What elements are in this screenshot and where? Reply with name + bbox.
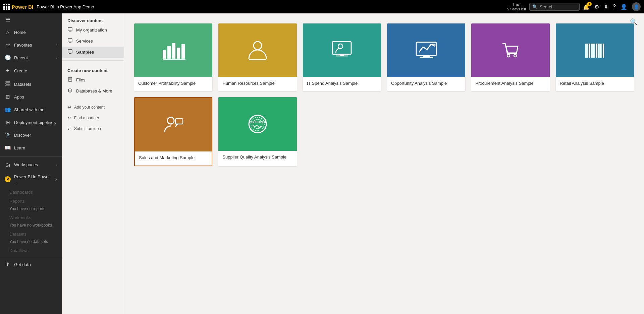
card-thumb-customer-profitability bbox=[134, 23, 212, 77]
svg-rect-38 bbox=[596, 44, 597, 58]
services-icon bbox=[67, 38, 73, 44]
sidebar-workbooks[interactable]: Workbooks bbox=[0, 213, 62, 222]
my-org-icon bbox=[67, 27, 73, 33]
files-icon bbox=[67, 77, 73, 83]
dp-item-files[interactable]: Files bbox=[62, 74, 124, 85]
svg-point-45 bbox=[249, 115, 266, 133]
search-input[interactable] bbox=[540, 4, 573, 9]
create-icon: + bbox=[5, 67, 11, 74]
sidebar-create-label: Create bbox=[14, 68, 57, 73]
svg-rect-33 bbox=[587, 44, 588, 58]
sidebar-item-create[interactable]: + Create bbox=[0, 64, 62, 78]
sidebar: ☰ ⌂ Home ☆ Favorites › 🕐 Recent › + Crea… bbox=[0, 13, 62, 314]
card-label-it-spend: IT Spend Analysis Sample bbox=[303, 77, 381, 91]
content-search-icon[interactable]: 🔍 bbox=[630, 18, 637, 25]
search-box[interactable]: 🔍 bbox=[529, 3, 580, 11]
card-human-resources[interactable]: Human Resources Sample bbox=[218, 23, 297, 91]
sidebar-item-recent[interactable]: 🕐 Recent › bbox=[0, 51, 62, 64]
sidebar-discover-label: Discover bbox=[14, 133, 57, 138]
main-content: 🔍 Customer Profitability Sample bbox=[124, 13, 644, 314]
hamburger-icon: ☰ bbox=[5, 17, 11, 23]
datasets-icon bbox=[5, 81, 11, 87]
svg-rect-17 bbox=[181, 44, 185, 59]
sidebar-item-learn[interactable]: 📖 Learn bbox=[0, 141, 62, 154]
card-sales-marketing[interactable]: Sales and Marketing Sample bbox=[134, 97, 212, 166]
sidebar-item-deployment[interactable]: ⊞ Deployment pipelines bbox=[0, 116, 62, 129]
card-opportunity-analysis[interactable]: Opportunity Analysis Sample bbox=[387, 23, 465, 91]
card-retail-analysis[interactable]: Retail Analysis Sample bbox=[556, 23, 634, 91]
card-procurement-analysis[interactable]: Procurement Analysis Sample bbox=[471, 23, 549, 91]
sidebar-datasets-ws[interactable]: Datasets bbox=[0, 230, 62, 239]
card-it-spend[interactable]: IT Spend Analysis Sample bbox=[303, 23, 381, 91]
account-button[interactable]: 👤 bbox=[621, 4, 627, 10]
sidebar-item-discover[interactable]: 🔭 Discover bbox=[0, 129, 62, 141]
svg-point-43 bbox=[167, 117, 174, 124]
svg-rect-41 bbox=[601, 44, 602, 58]
svg-rect-36 bbox=[592, 44, 594, 58]
card-label-opportunity-analysis: Opportunity Analysis Sample bbox=[387, 77, 465, 91]
sidebar-item-powerbi-workspace[interactable]: P Power BI in Power ... ∧ bbox=[0, 171, 62, 188]
card-label-retail-analysis: Retail Analysis Sample bbox=[556, 77, 634, 91]
svg-point-30 bbox=[507, 54, 510, 57]
avatar[interactable]: 👤 bbox=[632, 2, 641, 11]
search-icon: 🔍 bbox=[532, 4, 538, 9]
svg-rect-9 bbox=[68, 77, 72, 81]
topbar-icons: 🔔 1 ⚙ ⬇ ? 👤 👤 bbox=[583, 2, 641, 11]
card-thumb-sales-marketing bbox=[135, 98, 212, 151]
svg-point-31 bbox=[514, 54, 517, 57]
dp-add-content[interactable]: ↩ Add your content bbox=[62, 102, 124, 113]
dp-item-services[interactable]: Services bbox=[62, 36, 124, 47]
svg-rect-0 bbox=[6, 81, 10, 82]
sidebar-dashboards[interactable]: Dashboards bbox=[0, 188, 62, 197]
card-thumb-procurement-analysis bbox=[471, 23, 549, 77]
sidebar-item-shared[interactable]: 👥 Shared with me bbox=[0, 103, 62, 116]
sidebar-workspaces-label: Workspaces bbox=[14, 162, 53, 167]
sidebar-item-home[interactable]: ⌂ Home bbox=[0, 26, 62, 39]
sidebar-divider-1 bbox=[0, 156, 62, 156]
waffle-icon[interactable] bbox=[3, 4, 10, 10]
download-button[interactable]: ⬇ bbox=[604, 4, 608, 10]
sidebar-get-data[interactable]: ⬆ Get data bbox=[0, 258, 62, 271]
dp-item-databases[interactable]: Databases & More bbox=[62, 85, 124, 97]
dp-find-partner[interactable]: ↩ Find a partner bbox=[62, 113, 124, 123]
samples-grid: Customer Profitability Sample Human Reso… bbox=[134, 23, 634, 166]
sidebar-datasets-label: Datasets bbox=[14, 82, 57, 87]
home-icon: ⌂ bbox=[5, 29, 11, 35]
svg-rect-5 bbox=[68, 39, 72, 42]
sidebar-item-workspaces[interactable]: 🗂 Workspaces › bbox=[0, 159, 62, 171]
help-button[interactable]: ? bbox=[613, 4, 616, 10]
card-thumb-supplier-quality: APPROVED bbox=[218, 97, 297, 151]
sidebar-apps-label: Apps bbox=[14, 95, 57, 100]
sidebar-favorites-label: Favorites bbox=[14, 43, 53, 48]
sidebar-reports[interactable]: Reports bbox=[0, 197, 62, 206]
favorites-chevron: › bbox=[56, 43, 57, 47]
card-label-sales-marketing: Sales and Marketing Sample bbox=[135, 151, 212, 166]
notification-button[interactable]: 🔔 1 bbox=[583, 4, 590, 10]
sidebar-dataflows[interactable]: Dataflows bbox=[0, 246, 62, 255]
card-label-human-resources: Human Resources Sample bbox=[218, 77, 297, 91]
svg-rect-42 bbox=[603, 44, 604, 58]
card-supplier-quality[interactable]: APPROVED Supplier Quality Analysis Sampl… bbox=[218, 97, 297, 166]
svg-point-19 bbox=[254, 42, 262, 50]
dp-item-samples[interactable]: Samples bbox=[62, 47, 124, 58]
add-content-label: Add your content bbox=[74, 105, 105, 110]
settings-button[interactable]: ⚙ bbox=[594, 4, 599, 10]
sidebar-item-datasets[interactable]: Datasets bbox=[0, 78, 62, 90]
workbooks-label: Workbooks bbox=[9, 215, 31, 220]
workspaces-icon: 🗂 bbox=[5, 162, 11, 168]
dp-submit-idea[interactable]: ↩ Submit an idea bbox=[62, 123, 124, 134]
favorites-icon: ☆ bbox=[5, 42, 11, 48]
dp-samples-label: Samples bbox=[76, 50, 94, 55]
hamburger-menu[interactable]: ☰ bbox=[0, 13, 62, 26]
svg-rect-1 bbox=[6, 83, 10, 84]
dp-item-my-org[interactable]: My organization bbox=[62, 24, 124, 36]
svg-rect-4 bbox=[69, 31, 71, 32]
sidebar-item-apps[interactable]: ⊞ Apps bbox=[0, 90, 62, 103]
recent-icon: 🕐 bbox=[5, 55, 11, 61]
sidebar-item-favorites[interactable]: ☆ Favorites › bbox=[0, 39, 62, 51]
shared-icon: 👥 bbox=[5, 107, 11, 113]
dp-bottom: ↩ Add your content ↩ Find a partner ↩ Su… bbox=[62, 102, 124, 134]
deployment-icon: ⊞ bbox=[5, 119, 11, 125]
card-customer-profitability[interactable]: Customer Profitability Sample bbox=[134, 23, 212, 91]
svg-rect-35 bbox=[591, 44, 592, 58]
